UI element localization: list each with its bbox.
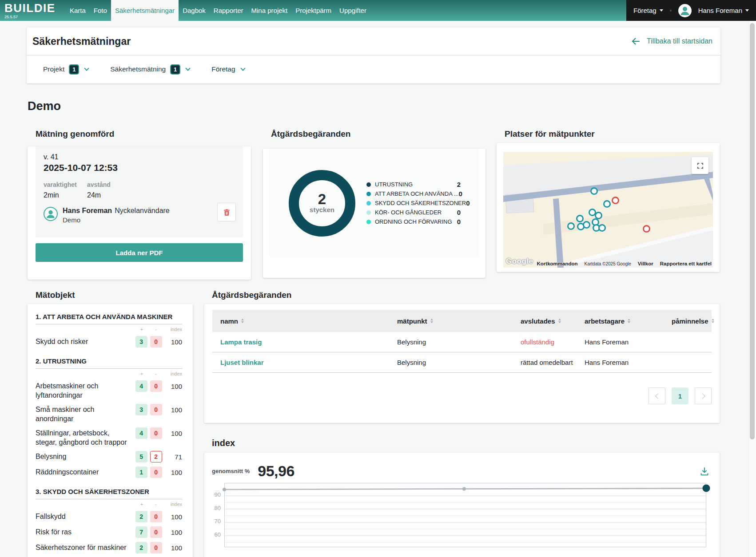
google-logo[interactable]: Google [506,257,533,266]
map-marker-teal[interactable] [598,224,606,232]
measure-object-label: Arbetsmaskiner och lyftanordningar [36,380,135,400]
map-fullscreen-button[interactable] [692,157,708,174]
index-value: 100 [162,404,182,414]
map-marker-teal[interactable] [590,187,598,195]
column-header-matpunkt[interactable]: mätpunkt [389,317,513,325]
action-summary-card: 2 stycken UTRUSTNING 2 ATT ARBETA OCH AN… [263,149,485,278]
download-chart-button[interactable] [699,466,710,477]
index-value: 100 [162,466,182,476]
person-avatar [44,207,58,221]
company-menu[interactable]: Företag [633,7,663,14]
plus-count-badge: 4 [135,427,147,439]
scrollbar-thumb[interactable] [750,23,755,439]
plus-count-badge: 1 [135,466,147,478]
minus-count-badge: 0 [150,526,162,538]
distance-value: 24m [87,191,111,199]
plus-count-badge: 3 [135,404,147,415]
average-value: 95,96 [258,462,294,480]
nav-item-karta[interactable]: Karta [66,0,90,21]
nav-item-rapporter[interactable]: Rapporter [210,0,247,21]
minus-count-badge: 0 [150,404,162,415]
filter-foretag[interactable]: Företag [211,65,244,73]
column-header-namn[interactable]: namn [212,317,389,325]
map-terms-link[interactable]: Villkor [638,261,653,266]
measure-objects-section: Mätobjekt 1. ATT ARBETA OCH ANVÄNDA MASK… [28,291,193,557]
download-pdf-button[interactable]: Ladda ner PDF [36,243,243,262]
pagination-next-button[interactable] [695,387,712,404]
filter-sakerhetsmatning[interactable]: Säkerhetsmätning 1 [110,64,190,75]
nav-item-sakerhetsmatningar[interactable]: Säkerhetsmätningar [111,0,179,21]
filter-projekt-count: 1 [69,64,79,75]
measure-object-row: Säkerhetszoner för maskiner20100 [36,542,182,553]
nav-user-area: Företag Hans Foreman [626,0,756,21]
measure-object-label: Säkerhetszoner för maskiner [36,542,135,552]
measurement-datetime: 2025-10-07 12:53 [44,162,235,173]
minus-count-badge: 0 [150,542,162,553]
measure-object-row: Räddningscontainer10100 [36,466,182,478]
action-table-card: namn mätpunkt avslutades arbetstagare på… [204,304,720,423]
top-nav: BUILDIE 25.5.57 Karta Foto Säkerhetsmätn… [0,0,756,21]
measure-object-row: Fallskydd20100 [36,511,182,522]
user-menu[interactable]: Hans Foreman [698,7,749,14]
action-table-title: Åtgärdsbegäranden [212,291,720,300]
chevron-down-icon [186,66,191,71]
column-header-avslutades[interactable]: avslutades [513,317,577,325]
measurement-section: Mätning genomförd v. 41 2025-10-07 12:53… [28,130,251,280]
app-logo[interactable]: BUILDIE 25.5.57 [0,0,66,21]
nav-item-foto[interactable]: Foto [90,0,111,21]
action-table-section: Åtgärdsbegäranden namn mätpunkt avslutad… [204,291,720,423]
user-avatar[interactable] [678,4,692,17]
pagination-page-1[interactable]: 1 [672,387,688,404]
notifications-bell-icon[interactable] [670,6,672,16]
map-marker-teal[interactable] [603,200,611,208]
map-marker-teal[interactable] [576,215,584,222]
filter-projekt[interactable]: Projekt 1 [43,64,88,75]
plus-count-badge: 3 [135,336,147,348]
project-title: Demo [28,99,61,113]
caret-down-icon [660,9,663,12]
donut-chart: 2 stycken [289,170,355,237]
map-report-error-link[interactable]: Rapportera ett kartfel [660,261,712,266]
user-menu-name: Hans Foreman [698,7,742,14]
nav-menu: Karta Foto Säkerhetsmätningar Dagbok Rap… [66,0,370,21]
map-marker-red[interactable] [643,225,650,233]
map-canvas[interactable]: Google Kortkommandon Kartdata ©2025 Goog… [503,152,713,268]
map-background [503,152,713,268]
action-request-link[interactable]: Lampa trasig [212,338,389,346]
legend-dot [366,201,371,205]
nav-item-projektparm[interactable]: Projektpärm [291,0,335,21]
table-header: namn mätpunkt avslutades arbetstagare på… [212,310,712,332]
column-header-paminnelse[interactable]: påminnelse [664,317,722,325]
back-to-start-link[interactable]: Tillbaka till startsidan [630,36,712,47]
delete-measurement-button[interactable] [217,203,236,221]
map-marker-teal[interactable] [567,222,575,230]
map-shortcuts-link[interactable]: Kortkommandon [537,261,578,266]
filter-sakerhetsmatning-count: 1 [170,64,180,75]
column-header-arbetstagare[interactable]: arbetstagare [577,317,664,325]
legend-dot [366,182,371,187]
chevron-left-icon [655,393,661,399]
index-value: 100 [162,511,182,521]
map-card: Google Kortkommandon Kartdata ©2025 Goog… [497,143,720,272]
company-menu-label: Företag [633,7,657,14]
action-summary-title: Åtgärdsbegäranden [271,130,485,138]
table-row: Lampa trasig Belysning ofullständig Hans… [212,332,712,352]
measurement-card: v. 41 2025-10-07 12:53 varaktighet 2min … [28,146,251,280]
caret-down-icon [745,9,749,12]
minus-count-badge: 0 [150,466,162,478]
map-marker-teal[interactable] [583,221,590,229]
map-attribution: Kortkommandon Kartdata ©2025 Google Vill… [537,261,712,266]
action-request-link[interactable]: Ljuset blinkar [212,359,389,366]
legend-dot [366,192,371,196]
measure-objects-group: 2. UTRUSTNING+-indexArbetsmaskiner och l… [36,357,182,478]
group-column-headers: +-index [36,502,182,507]
nav-item-uppgifter[interactable]: Uppgifter [335,0,370,21]
legend-item: UTRUSTNING 2 [366,180,461,189]
minus-count-badge: 0 [150,336,162,348]
nav-item-dagbok[interactable]: Dagbok [179,0,210,21]
pagination-prev-button[interactable] [649,387,665,404]
scrollbar-track[interactable] [748,0,756,557]
nav-item-mina-projekt[interactable]: Mina projekt [247,0,292,21]
chevron-down-icon [240,66,245,71]
map-marker-red[interactable] [612,197,619,204]
